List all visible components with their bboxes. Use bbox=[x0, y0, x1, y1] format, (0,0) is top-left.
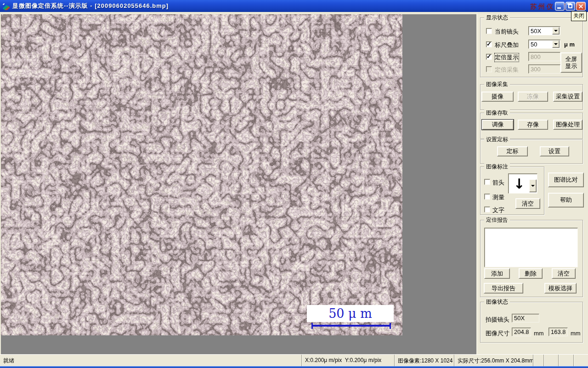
image-capture-group: 图像采集 摄像 冻像 采集设置 bbox=[480, 84, 583, 110]
image-storage-group: 图像存取 调像 存像 图像处理 bbox=[480, 113, 583, 139]
display-status-group: 显示状态 当前镜头 50X 标尺叠加 50 μ m 定倍显示 800 定倍采集 … bbox=[480, 17, 583, 77]
ruler-overlay-label: 标尺叠加 bbox=[495, 41, 519, 49]
image-size-label: 图像尺寸 bbox=[486, 329, 509, 338]
image-capture-title: 图像采集 bbox=[484, 80, 510, 88]
fixed-capture-label: 定倍采集 bbox=[495, 66, 519, 74]
image-status-title: 图像状态 bbox=[484, 298, 510, 306]
close-button[interactable] bbox=[576, 2, 586, 11]
restore-icon bbox=[568, 4, 572, 8]
calibration-group: 设置定标 定标 设置 bbox=[480, 139, 583, 164]
fixed-display-value: 800 bbox=[528, 52, 560, 61]
fixed-display-checkbox[interactable] bbox=[486, 54, 492, 60]
measure-label: 测量 bbox=[492, 193, 504, 201]
chevron-down-icon[interactable] bbox=[552, 27, 560, 34]
micrograph-texture bbox=[1, 14, 402, 335]
current-lens-combo[interactable]: 50X bbox=[528, 26, 560, 35]
annotation-group: 图像标注 箭头 测量 文字 ↓ 清空 bbox=[480, 167, 544, 215]
arrow-checkbox[interactable] bbox=[484, 179, 490, 185]
status-empty-cell bbox=[544, 355, 559, 366]
image-status-group: 图像状态 拍摄镜头 50X 图像尺寸 204.8 mm 163.8 mm bbox=[480, 302, 583, 343]
report-clear-button[interactable]: 清空 bbox=[552, 268, 576, 279]
status-image-pixels: 图像像素:1280 X 1024 bbox=[395, 355, 454, 366]
caption-buttons bbox=[555, 2, 586, 11]
save-image-button[interactable]: 存像 bbox=[518, 120, 548, 130]
annotation-title: 图像标注 bbox=[484, 163, 510, 171]
report-listbox[interactable] bbox=[484, 228, 578, 267]
status-empty-cell bbox=[533, 355, 544, 366]
report-title: 定倍报告 bbox=[484, 216, 510, 224]
report-add-button[interactable]: 添加 bbox=[484, 268, 510, 279]
load-image-button[interactable]: 调像 bbox=[482, 120, 514, 130]
image-width-unit: mm bbox=[534, 330, 544, 337]
current-lens-checkbox[interactable] bbox=[486, 28, 492, 34]
minimize-button[interactable] bbox=[555, 2, 565, 11]
annotation-clear-button[interactable]: 清空 bbox=[515, 198, 540, 209]
report-group: 定倍报告 添加 删除 清空 导出报告 模板选择 bbox=[480, 220, 583, 297]
chevron-down-icon[interactable] bbox=[529, 179, 537, 192]
calibrate-button[interactable]: 定标 bbox=[497, 146, 528, 156]
current-lens-label: 当前镜头 bbox=[495, 28, 519, 36]
text-checkbox[interactable] bbox=[484, 207, 490, 213]
minimize-icon bbox=[557, 7, 561, 9]
micrograph-image[interactable]: 50 μ m bbox=[1, 14, 402, 335]
client-area: 50 μ m 显示状态 当前镜头 50X 标尺叠加 50 μ m 定倍显示 bbox=[0, 12, 588, 354]
fixed-capture-value: 300 bbox=[528, 64, 560, 74]
image-storage-title: 图像存取 bbox=[484, 109, 510, 117]
shooting-lens-label: 拍摄镜头 bbox=[486, 316, 509, 324]
down-arrow-icon: ↓ bbox=[509, 174, 530, 193]
template-select-button[interactable]: 模板选择 bbox=[544, 283, 577, 293]
shoot-button[interactable]: 摄像 bbox=[481, 92, 514, 102]
status-bar: 就绪 X:0.200μ m/pix Y:0.200μ m/pix 图像像素:12… bbox=[0, 354, 588, 366]
help-button[interactable]: 帮助 bbox=[548, 193, 584, 207]
chevron-down-icon[interactable] bbox=[552, 40, 560, 48]
scale-overlay-bar bbox=[311, 325, 391, 327]
ruler-overlay-checkbox[interactable] bbox=[486, 41, 492, 47]
image-width-value: 204.8 bbox=[512, 328, 531, 336]
report-delete-button[interactable]: 删除 bbox=[519, 268, 543, 279]
image-process-button[interactable]: 图像处理 bbox=[553, 120, 582, 130]
image-height-value: 163.8 bbox=[548, 328, 568, 336]
ruler-value-combo[interactable]: 50 bbox=[528, 40, 560, 49]
display-status-title: 显示状态 bbox=[484, 14, 510, 22]
status-ready: 就绪 bbox=[0, 355, 302, 366]
atlas-compare-button[interactable]: 图谱比对 bbox=[548, 172, 584, 187]
status-pixel-scale: X:0.200μ m/pix Y:0.200μ m/pix bbox=[302, 355, 395, 366]
ruler-unit-label: μ m bbox=[564, 41, 575, 48]
restore-button[interactable] bbox=[565, 2, 575, 11]
image-height-unit: mm bbox=[571, 330, 581, 337]
calibration-settings-button[interactable]: 设置 bbox=[540, 146, 569, 156]
image-viewport: 50 μ m bbox=[1, 14, 476, 366]
capture-settings-button[interactable]: 采集设置 bbox=[553, 92, 582, 102]
status-empty-cell bbox=[574, 355, 588, 366]
title-bar: 显微图像定倍系统--演示版 - [20090602055646.bmp] 苏州仪… bbox=[0, 0, 588, 12]
fixed-display-label: 定倍显示 bbox=[495, 53, 519, 62]
control-panel: 显示状态 当前镜头 50X 标尺叠加 50 μ m 定倍显示 800 定倍采集 … bbox=[477, 12, 588, 354]
measure-checkbox[interactable] bbox=[484, 194, 490, 200]
scale-overlay-label: 50 μ m bbox=[307, 305, 394, 322]
app-icon bbox=[2, 2, 10, 10]
close-tooltip: 关闭 bbox=[571, 11, 587, 21]
window-bottom-border bbox=[0, 366, 588, 368]
arrow-style-combo[interactable]: ↓ bbox=[508, 173, 537, 194]
status-actual-size: 实际尺寸:256.0mm X 204.8mm bbox=[454, 355, 533, 366]
shooting-lens-value: 50X bbox=[512, 314, 539, 322]
freeze-button: 冻像 bbox=[518, 92, 548, 102]
arrow-label: 箭头 bbox=[492, 178, 504, 187]
text-label: 文字 bbox=[492, 206, 504, 214]
status-empty-cell bbox=[559, 355, 574, 366]
fullscreen-button[interactable]: 全屏 显示 bbox=[560, 52, 582, 73]
export-report-button[interactable]: 导出报告 bbox=[484, 283, 523, 293]
fixed-capture-checkbox bbox=[486, 66, 492, 72]
calibration-title: 设置定标 bbox=[484, 136, 510, 144]
window-title: 显微图像定倍系统--演示版 - [20090602055646.bmp] bbox=[12, 2, 169, 10]
